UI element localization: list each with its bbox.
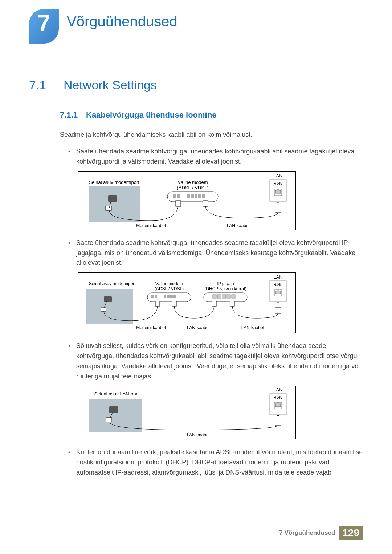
svg-rect-9 (195, 194, 197, 198)
svg-rect-27 (170, 295, 173, 298)
d2-lan-cable1-label: LAN-kaabel (187, 325, 210, 330)
d3-lan-label: LAN (273, 387, 282, 393)
bullet-list: Kui teil on dünaamiline võrk, peaksite k… (29, 447, 363, 478)
svg-rect-23 (151, 295, 154, 298)
d1-lan-label: LAN (273, 173, 282, 178)
d1-lan-cable-label: LAN-kaabel (227, 223, 250, 228)
d3-lan-cable-label: LAN-kaabel (187, 432, 210, 438)
subsection-title: Kaabelvõrguga ühenduse loomine (86, 110, 216, 119)
d2-lan-label: LAN (273, 274, 282, 280)
section-number: 7.1 (29, 78, 64, 92)
document-page: 7 Võrguühendused 7.1Network Settings 7.1… (0, 0, 392, 554)
svg-rect-37 (212, 301, 216, 306)
svg-rect-38 (230, 301, 234, 306)
svg-rect-32 (213, 295, 216, 298)
d2-ip-sub: (DHCP-serveri korral) (204, 286, 246, 291)
bullet-list: Saate ühendada seadme kohtvõrguga, ühend… (29, 238, 363, 268)
svg-rect-45 (106, 418, 112, 422)
section-title: Network Settings (64, 78, 157, 92)
diagram-3: Seinal asuv LAN-port LAN RJ45 LAN-kaabel (78, 386, 296, 439)
d2-modem-cable-label: Modemi kaabel (136, 325, 166, 330)
list-item: Saate ühendada seadme kohtvõrguga, ühend… (76, 238, 363, 268)
section-heading: 7.1Network Settings (29, 78, 363, 92)
svg-rect-35 (227, 295, 230, 298)
d1-modem-cable-label: Modemi kaabel (136, 223, 166, 228)
d1-wall-port-label: Seinal asuv modemiport. (89, 180, 140, 185)
svg-rect-11 (202, 194, 205, 198)
svg-rect-36 (232, 295, 235, 298)
svg-rect-34 (222, 295, 226, 298)
bullet-list: Saate ühendada seadme kohtvõrguga, ühend… (29, 147, 363, 167)
svg-marker-0 (89, 186, 140, 222)
svg-rect-25 (164, 295, 166, 298)
chapter-number-tab: 7 (29, 9, 59, 44)
d3-rj45-label: RJ45 (274, 395, 282, 399)
d3-wall-port-label: Seinal asuv LAN-port (94, 391, 139, 397)
svg-marker-18 (86, 289, 133, 324)
svg-rect-26 (167, 295, 170, 298)
diagram-1: Seinal asuv modemiport. Väline modem (AD… (78, 171, 296, 230)
d1-rj45-label: RJ45 (274, 181, 282, 185)
svg-rect-24 (155, 295, 157, 298)
d2-rj45-label: RJ45 (274, 283, 282, 287)
d2-lan-cable2-label: LAN-kaabel (241, 325, 264, 330)
footer-chapter-ref: 7 Võrguühendused (279, 529, 335, 537)
d1-modem-title: Väline modem (177, 180, 208, 185)
svg-rect-7 (187, 194, 190, 198)
svg-rect-6 (177, 194, 180, 198)
svg-rect-16 (176, 201, 181, 206)
svg-rect-28 (173, 295, 176, 298)
svg-rect-14 (275, 206, 281, 213)
d2-modem-title: Väline modem (155, 281, 183, 286)
svg-rect-49 (275, 419, 281, 425)
subsection-number: 7.1.1 (60, 110, 86, 120)
svg-rect-41 (275, 307, 281, 313)
d2-modem-sub: (ADSL / VDSL) (155, 286, 184, 291)
d2-wall-port-label: Seinal asuv modemiport. (89, 281, 137, 286)
svg-rect-19 (104, 296, 112, 302)
page-footer: 7 Võrguühendused 129 (279, 526, 363, 540)
list-item: Sõltuvalt sellest, kuidas võrk on konfig… (76, 341, 363, 382)
intro-paragraph: Seadme ja kohtvõrgu ühendamiseks kaabli … (29, 130, 363, 140)
d1-modem-sub: (ADSL / VDSL) (177, 185, 209, 190)
svg-rect-44 (109, 406, 118, 413)
svg-rect-30 (172, 301, 176, 306)
svg-rect-8 (191, 194, 194, 198)
svg-rect-17 (203, 201, 208, 206)
svg-marker-43 (89, 399, 142, 432)
svg-rect-33 (217, 295, 221, 298)
diagram-2: Seinal asuv modemiport. Väline modem (AD… (78, 272, 296, 333)
svg-rect-20 (101, 307, 106, 311)
subsection-heading: 7.1.1Kaabelvõrguga ühenduse loomine (29, 110, 363, 120)
list-item: Kui teil on dünaamiline võrk, peaksite k… (76, 447, 363, 478)
svg-rect-5 (173, 194, 176, 198)
list-item: Saate ühendada seadme kohtvõrguga, ühend… (76, 147, 363, 167)
chapter-title: Võrguühendused (59, 9, 177, 30)
svg-rect-10 (198, 194, 201, 198)
content-area: 7.1Network Settings 7.1.1Kaabelvõrguga ü… (0, 44, 392, 478)
svg-rect-2 (106, 206, 111, 210)
d2-ip-title: IP-jagaja (217, 281, 234, 286)
svg-rect-29 (155, 301, 160, 306)
svg-rect-1 (108, 195, 117, 202)
page-number: 129 (339, 526, 363, 540)
chapter-header: 7 Võrguühendused (0, 0, 392, 44)
bullet-list: Sõltuvalt sellest, kuidas võrk on konfig… (29, 341, 363, 382)
